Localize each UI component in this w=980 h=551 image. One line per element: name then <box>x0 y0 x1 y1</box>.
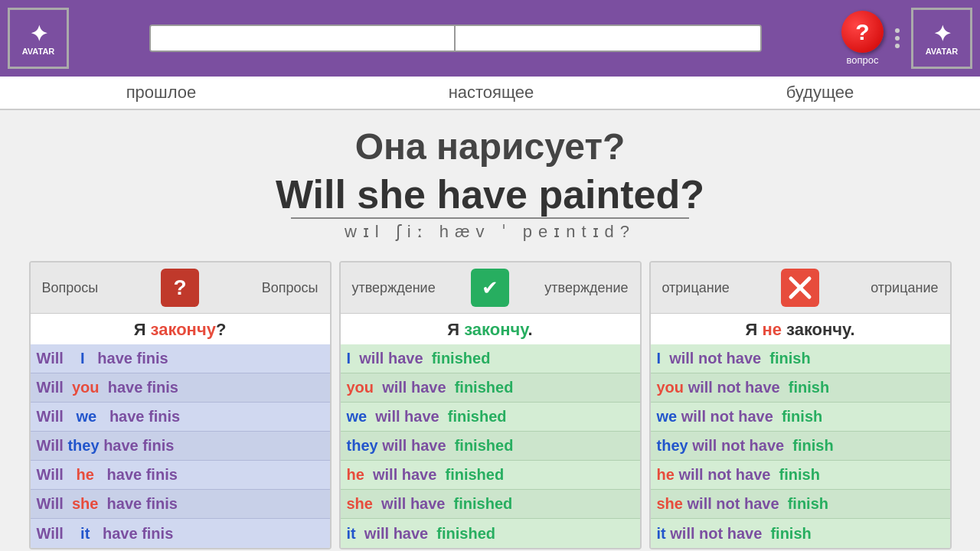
question-card-icon: ? <box>161 269 199 307</box>
negative-card-header: отрицание отрицание <box>651 262 950 314</box>
tab-future[interactable]: будущее <box>756 83 885 103</box>
table-row: Will he have finis <box>31 461 330 490</box>
table-row: we will not have finish <box>651 403 950 432</box>
header-right: ? вопрос ✦ AVATAR <box>841 8 972 69</box>
avatar-left[interactable]: ✦ AVATAR <box>8 8 69 69</box>
main-title-russian: Она нарисует? <box>15 126 965 168</box>
table-row: they will not have finish <box>651 432 950 461</box>
tab-past[interactable]: прошлое <box>96 83 227 103</box>
negative-card: отрицание отрицание Я не закончу. I will… <box>649 261 952 549</box>
table-row: he will have finished <box>341 461 640 490</box>
affirmative-rows: I will have finished you will have finis… <box>341 344 640 548</box>
cards-row: Вопросы ? Вопросы Я закончу? Will I have… <box>15 261 965 549</box>
affirmative-header-label-right: утверждение <box>544 280 628 296</box>
menu-dot-2 <box>895 36 900 41</box>
table-row: it will have finished <box>341 519 640 548</box>
table-row: you will not have finish <box>651 373 950 403</box>
avatar-left-label: AVATAR <box>22 47 55 56</box>
affirmative-subtitle: Я закончу. <box>341 314 640 344</box>
nav-tabs: прошлое настоящее будущее <box>0 77 980 110</box>
main-title-english: Will she have painted? <box>15 171 965 219</box>
question-card: Вопросы ? Вопросы Я закончу? Will I have… <box>29 261 332 549</box>
question-header-label-left: Вопросы <box>42 280 99 296</box>
affirmative-card: утверждение ✔ утверждение Я закончу. I w… <box>339 261 642 549</box>
table-row: he will not have finish <box>651 461 950 490</box>
question-button[interactable]: ? вопрос <box>841 11 884 66</box>
table-row: Will they have finis <box>31 432 330 461</box>
table-row: you will have finished <box>341 373 640 403</box>
phonetic-text: wɪl ʃiː hæv ˈ peɪntɪd? <box>15 222 965 242</box>
table-row: I will have finished <box>341 344 640 373</box>
table-row: Will I have finis <box>31 344 330 373</box>
table-row: we will have finished <box>341 403 640 432</box>
question-card-header: Вопросы ? Вопросы <box>31 262 330 314</box>
main-content: Она нарисует? Will she have painted? wɪl… <box>0 110 980 551</box>
negative-header-label-left: отрицание <box>662 280 730 296</box>
avatar-right-label: AVATAR <box>926 47 959 56</box>
header-center <box>69 24 841 52</box>
affirmative-header-label-left: утверждение <box>352 280 436 296</box>
table-row: she will have finished <box>341 490 640 519</box>
table-row: Will she have finis <box>31 490 330 519</box>
progress-bar-right <box>456 26 760 51</box>
table-row: they will have finished <box>341 432 640 461</box>
question-subtitle: Я закончу? <box>31 314 330 344</box>
affirmative-card-header: утверждение ✔ утверждение <box>341 262 640 314</box>
negative-rows: I will not have finish you will not have… <box>651 344 950 548</box>
progress-bar-left <box>151 26 456 51</box>
header: ✦ AVATAR ? вопрос ✦ AVATAR <box>0 0 980 77</box>
negative-header-label-right: отрицание <box>871 280 938 296</box>
table-row: Will it have finis <box>31 519 330 548</box>
table-row: Will you have finis <box>31 373 330 403</box>
negative-subtitle: Я не закончу. <box>651 314 950 344</box>
title-underline <box>291 217 689 219</box>
table-row: Will we have finis <box>31 403 330 432</box>
progress-bar <box>149 24 762 52</box>
question-icon: ? <box>841 11 884 53</box>
negative-card-icon <box>781 269 819 307</box>
table-row: she will not have finish <box>651 490 950 519</box>
menu-button[interactable] <box>895 28 900 48</box>
affirmative-card-icon: ✔ <box>471 269 509 307</box>
menu-dot-3 <box>895 44 900 48</box>
menu-dot-1 <box>895 28 900 33</box>
table-row: it will not have finish <box>651 519 950 548</box>
question-label: вопрос <box>847 54 879 66</box>
table-row: I will not have finish <box>651 344 950 373</box>
avatar-right[interactable]: ✦ AVATAR <box>911 8 972 69</box>
question-header-label-right: Вопросы <box>262 280 318 296</box>
question-rows: Will I have finis Will you have finis Wi… <box>31 344 330 548</box>
tab-present[interactable]: настоящее <box>418 83 565 103</box>
